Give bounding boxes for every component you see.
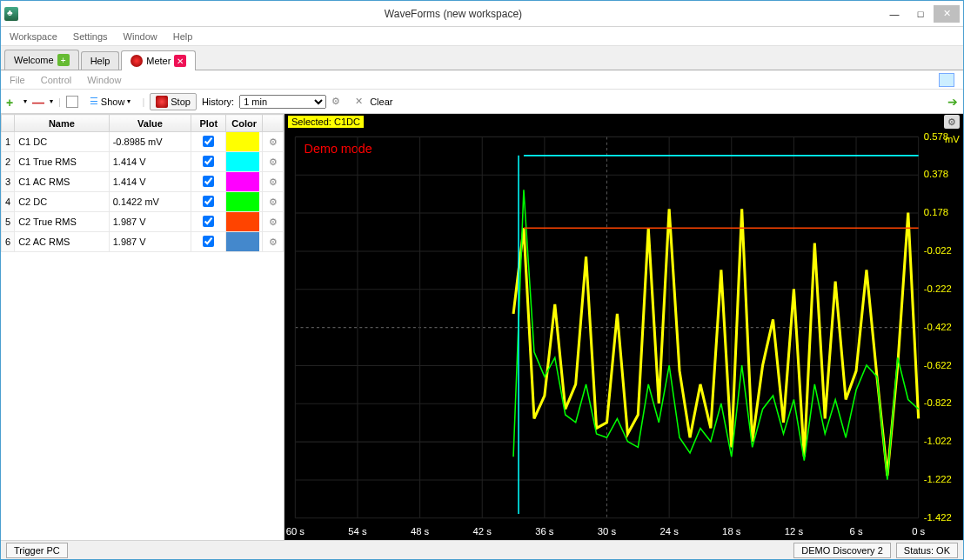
y-tick: -1.422 [924,512,952,523]
y-tick: 0.578 [924,130,948,141]
history-label: History: [202,97,234,107]
demo-mode-label: Demo mode [305,142,372,156]
row-index: 3 [2,172,15,192]
close-button[interactable]: ✕ [934,5,960,23]
color-swatch[interactable] [226,232,259,251]
remove-button[interactable]: — [32,96,44,108]
row-gear-icon[interactable]: ⚙ [269,237,278,247]
row-gear-icon[interactable]: ⚙ [269,197,278,207]
stop-icon [156,96,168,108]
close-icon[interactable]: ✕ [174,55,186,67]
color-swatch[interactable] [226,192,259,211]
y-tick: -0.622 [924,359,952,370]
row-index: 1 [2,132,15,152]
table-row[interactable]: 5C2 True RMS1.987 V⚙ [2,212,284,232]
color-swatch[interactable] [226,152,259,171]
row-name: C1 AC RMS [15,172,110,192]
plot-checkbox[interactable] [203,216,214,227]
y-tick: -0.222 [924,283,952,294]
list-icon: ☰ [90,96,98,107]
row-name: C1 True RMS [15,152,110,172]
chart-svg[interactable]: Demo modemV0.5780.3780.178-0.022-0.222-0… [285,130,963,540]
row-gear-icon[interactable]: ⚙ [269,177,278,187]
y-tick: -1.222 [924,474,952,484]
run-arrow-icon[interactable]: ➔ [947,95,958,109]
cursor-icon[interactable] [66,96,78,108]
series-line [513,209,919,476]
chart-header: Selected: C1DC ⚙ [285,114,963,130]
col-value[interactable]: Value [109,115,191,132]
row-gear-icon[interactable]: ⚙ [269,157,278,167]
tab-label: Help [90,56,110,66]
plot-checkbox[interactable] [203,196,214,207]
table-row[interactable]: 4C2 DC0.1422 mV⚙ [2,192,284,212]
menu-settings[interactable]: Settings [73,31,108,42]
table-row[interactable]: 1C1 DC-0.8985 mV⚙ [2,132,284,152]
table-row[interactable]: 6C2 AC RMS1.987 V⚙ [2,232,284,252]
row-index: 4 [2,192,15,212]
plus-icon: + [57,54,70,66]
show-button[interactable]: ☰ Show▾ [84,93,137,110]
submenu-window[interactable]: Window [87,75,121,85]
row-gear-icon[interactable]: ⚙ [269,217,278,227]
plot-checkbox[interactable] [203,176,214,187]
measurements-panel: Name Value Plot Color 1C1 DC-0.8985 mV⚙2… [1,114,284,540]
device-button[interactable]: DEMO Discovery 2 [793,543,891,558]
chart-gear-button[interactable]: ⚙ [944,115,960,129]
clear-button[interactable]: ✕ Clear [349,93,398,110]
col-idx [2,115,15,132]
y-tick: 0.178 [924,207,948,217]
y-tick: -0.422 [924,322,952,332]
submenu-control[interactable]: Control [41,75,71,85]
status-button[interactable]: Status: OK [896,543,958,558]
plot-checkbox[interactable] [203,156,214,167]
history-gear-icon[interactable]: ⚙ [331,96,344,108]
tab-meter[interactable]: Meter ✕ [121,50,196,70]
statusbar: Trigger PC DEMO Discovery 2 Status: OK [1,540,963,559]
tab-welcome[interactable]: Welcome + [4,50,79,70]
chart-panel: Selected: C1DC ⚙ Demo modemV0.5780.3780.… [284,114,963,540]
row-value: -0.8985 mV [109,132,191,152]
table-row[interactable]: 2C1 True RMS1.414 V⚙ [2,152,284,172]
x-tick: 24 s [659,526,679,537]
x-tick: 48 s [411,526,430,537]
app-icon [4,7,18,21]
trigger-button[interactable]: Trigger PC [6,543,68,558]
plot-checkbox[interactable] [203,136,214,147]
toolbar: +▾ —▾ | ☰ Show▾ | Stop History: 1 min ⚙ … [1,90,963,114]
x-tick: 0 s [912,526,925,537]
menu-help[interactable]: Help [173,31,193,42]
menu-workspace[interactable]: Workspace [10,31,57,42]
plot-checkbox[interactable] [203,236,214,247]
table-row[interactable]: 3C1 AC RMS1.414 V⚙ [2,172,284,192]
tab-label: Welcome [14,55,54,65]
row-name: C1 DC [15,132,110,152]
x-tick: 54 s [348,526,367,537]
col-plot[interactable]: Plot [191,115,226,132]
color-swatch[interactable] [226,212,259,231]
x-tick: 42 s [473,526,492,537]
stop-button[interactable]: Stop [150,93,197,110]
row-index: 6 [2,232,15,252]
pane-icon[interactable] [939,73,954,87]
minimize-button[interactable]: — [881,5,907,23]
color-swatch[interactable] [226,132,259,151]
tab-help[interactable]: Help [81,51,120,70]
submenu-file[interactable]: File [10,75,25,85]
menu-window[interactable]: Window [124,31,157,42]
history-select[interactable]: 1 min [239,95,326,109]
col-color[interactable]: Color [226,115,263,132]
meter-icon [131,55,143,67]
row-value: 1.987 V [109,232,191,252]
titlebar: WaveForms (new workspace) — □ ✕ [1,1,963,27]
col-name[interactable]: Name [15,115,110,132]
row-index: 5 [2,212,15,232]
row-name: C2 True RMS [15,212,110,232]
maximize-button[interactable]: □ [907,5,934,23]
x-tick: 12 s [785,526,804,537]
color-swatch[interactable] [226,172,259,191]
row-gear-icon[interactable]: ⚙ [269,137,278,147]
row-index: 2 [2,152,15,172]
tab-label: Meter [146,56,171,66]
add-button[interactable]: + [6,96,18,108]
